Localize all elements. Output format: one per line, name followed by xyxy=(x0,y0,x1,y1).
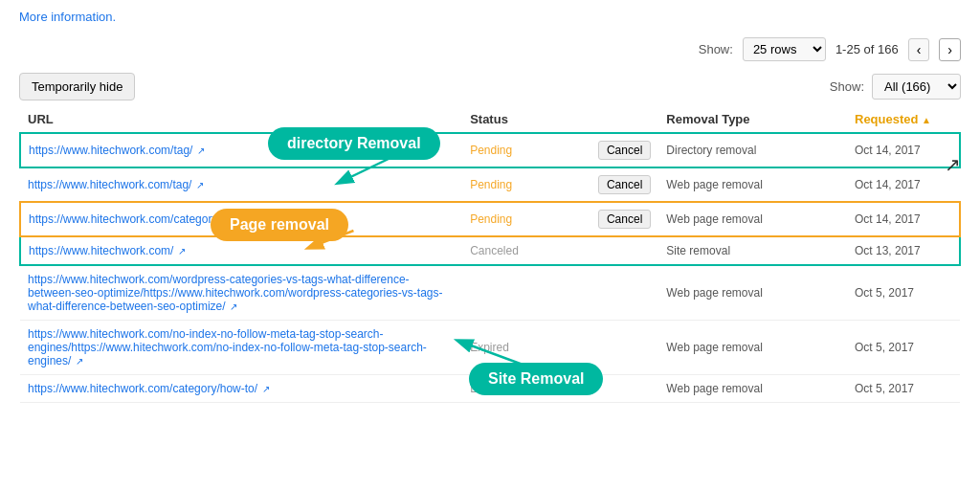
status-pending: Pending xyxy=(470,144,512,157)
prev-page-button[interactable]: ‹ xyxy=(908,38,930,61)
cancel-button[interactable]: Cancel xyxy=(598,141,651,160)
date-value: Oct 14, 2017 xyxy=(855,144,921,157)
removal-type-value: Web page removal xyxy=(666,212,763,226)
url-link[interactable]: https://www.hitechwork.com/ xyxy=(29,244,173,257)
date-cell: Oct 14, 2017 xyxy=(847,133,960,167)
filter-select[interactable]: All (166) Pending Canceled Expired xyxy=(872,74,961,100)
date-value: Oct 5, 2017 xyxy=(855,382,914,395)
status-pending: Pending xyxy=(470,178,512,191)
status-cell: Pending xyxy=(462,167,585,202)
date-value: Oct 14, 2017 xyxy=(855,212,921,226)
status-canceled: Canceled xyxy=(470,244,519,257)
main-table-container: directory Removal Page removal Site Remo… xyxy=(0,106,980,403)
directory-removal-bubble: directory Removal xyxy=(268,127,440,160)
date-cell: Oct 5, 2017 xyxy=(847,321,960,375)
url-link[interactable]: https://www.hitechwork.com/tag/ xyxy=(29,144,192,157)
show-filter-label: Show: xyxy=(830,79,864,94)
removal-type-cell: Web page removal xyxy=(658,375,847,403)
table-row: https://www.hitechwork.com/ ↗CanceledSit… xyxy=(20,236,960,265)
date-value: Oct 5, 2017 xyxy=(855,286,914,300)
removal-type-value: Web page removal xyxy=(666,286,763,300)
cancel-cell xyxy=(585,236,658,265)
removal-type-cell: Web page removal xyxy=(658,167,847,202)
col-status: Status xyxy=(462,106,585,133)
cancel-cell: Cancel xyxy=(585,133,658,167)
cancel-cell: Cancel xyxy=(585,167,658,202)
date-value: Oct 14, 2017 xyxy=(855,178,921,191)
removal-type-cell: Site removal xyxy=(658,236,847,265)
cancel-cell: Cancel xyxy=(585,202,658,236)
external-link-icon: ↗ xyxy=(259,384,270,394)
removal-type-value: Web page removal xyxy=(666,341,763,354)
date-cell: Oct 5, 2017 xyxy=(847,375,960,403)
col-requested: Requested ▲ xyxy=(847,106,960,133)
cancel-button[interactable]: Cancel xyxy=(598,175,651,194)
cursor-pointer: ↗ xyxy=(945,153,961,176)
external-link-icon: ↗ xyxy=(228,301,238,312)
removal-type-value: Site removal xyxy=(666,244,730,257)
table-header-row: URL Status Removal Type Requested ▲ xyxy=(20,106,960,133)
external-link-icon: ↗ xyxy=(194,145,205,156)
rows-select[interactable]: 25 rows 50 rows 100 rows xyxy=(743,37,826,61)
status-cell: Pending xyxy=(462,133,585,167)
status-cell: Canceled xyxy=(462,236,585,265)
show-filter: Show: All (166) Pending Canceled Expired xyxy=(830,74,961,100)
pagination-info: 1-25 of 166 xyxy=(835,42,899,56)
status-pending: Pending xyxy=(470,212,512,226)
removal-type-value: Web page removal xyxy=(666,382,763,395)
top-pagination-bar: Show: 25 rows 50 rows 100 rows 1-25 of 1… xyxy=(0,32,980,67)
status-cell xyxy=(462,265,585,321)
toolbar: Temporarily hide Show: All (166) Pending… xyxy=(0,67,980,106)
date-cell: Oct 13, 2017 xyxy=(847,236,960,265)
sort-asc-icon: ▲ xyxy=(922,115,931,125)
date-cell: Oct 14, 2017 xyxy=(847,167,960,202)
col-cancel xyxy=(585,106,658,133)
external-link-icon: ↗ xyxy=(193,180,204,190)
removal-type-value: Web page removal xyxy=(666,178,763,191)
url-link[interactable]: https://www.hitechwork.com/tag/ xyxy=(28,178,191,191)
removal-table: URL Status Removal Type Requested ▲ http… xyxy=(19,106,961,403)
removal-type-cell: Web page removal xyxy=(658,321,847,375)
next-page-button[interactable]: › xyxy=(939,38,961,61)
url-cell: https://www.hitechwork.com/no-index-no-f… xyxy=(20,321,462,375)
table-row: https://www.hitechwork.com/tag/ ↗Pending… xyxy=(20,133,960,167)
cancel-button[interactable]: Cancel xyxy=(598,210,651,229)
url-cell: https://www.hitechwork.com/category/how-… xyxy=(20,375,462,403)
url-link[interactable]: https://www.hitechwork.com/category/how-… xyxy=(28,382,257,395)
status-cell: Pending xyxy=(462,202,585,236)
table-row: https://www.hitechwork.com/wordpress-cat… xyxy=(20,265,960,321)
external-link-icon: ↗ xyxy=(175,246,186,256)
date-cell: Oct 14, 2017 xyxy=(847,202,960,236)
show-rows-label: Show: xyxy=(699,42,733,56)
table-row: https://www.hitechwork.com/tag/ ↗Pending… xyxy=(20,167,960,202)
removal-type-value: Directory removal xyxy=(666,144,756,157)
date-value: Oct 5, 2017 xyxy=(855,341,914,354)
more-info-link[interactable]: More information. xyxy=(0,10,980,32)
removal-type-cell: Web page removal xyxy=(658,202,847,236)
removal-type-cell: Directory removal xyxy=(658,133,847,167)
status-expired: Expired xyxy=(470,341,509,354)
cancel-cell xyxy=(585,265,658,321)
site-removal-bubble: Site Removal xyxy=(469,363,603,395)
col-removal-type: Removal Type xyxy=(658,106,847,133)
date-cell: Oct 5, 2017 xyxy=(847,265,960,321)
url-cell: https://www.hitechwork.com/wordpress-cat… xyxy=(20,265,462,321)
url-cell: https://www.hitechwork.com/tag/ ↗ xyxy=(20,167,462,202)
url-link[interactable]: https://www.hitechwork.com/no-index-no-f… xyxy=(28,327,427,368)
table-row: https://www.hitechwork.com/category/how-… xyxy=(20,202,960,236)
removal-type-cell: Web page removal xyxy=(658,265,847,321)
page-removal-bubble: Page removal xyxy=(211,209,348,241)
date-value: Oct 13, 2017 xyxy=(855,244,921,257)
external-link-icon: ↗ xyxy=(73,356,83,367)
temp-hide-button[interactable]: Temporarily hide xyxy=(19,73,135,100)
